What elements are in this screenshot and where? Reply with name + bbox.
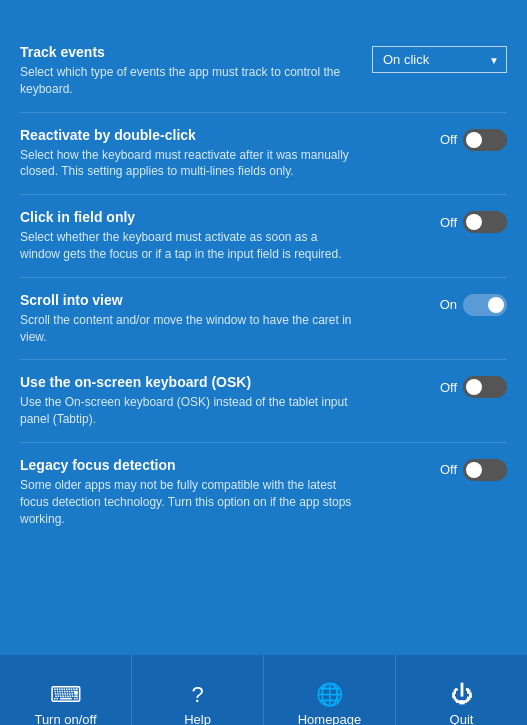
bottom-bar: ⌨Turn on/off?Help🌐Homepage⏻Quit <box>0 655 527 725</box>
toggle-slider-use-osk <box>463 376 507 398</box>
setting-row-use-osk: Use the on-screen keyboard (OSK)Use the … <box>20 359 507 442</box>
setting-desc-click-in-field-only: Select whether the keyboard must activat… <box>20 229 357 263</box>
setting-label-track-events: Track events <box>20 44 352 60</box>
setting-row-scroll-into-view: Scroll into viewScroll the content and/o… <box>20 277 507 360</box>
app-title <box>0 0 527 30</box>
setting-label-click-in-field-only: Click in field only <box>20 209 357 225</box>
bottom-btn-label-turn-on-off: Turn on/off <box>34 712 96 726</box>
setting-desc-use-osk: Use the On-screen keyboard (OSK) instead… <box>20 394 357 428</box>
setting-label-scroll-into-view: Scroll into view <box>20 292 357 308</box>
toggle-label-reactivate-double-click: Off <box>429 132 457 147</box>
bottom-btn-homepage[interactable]: 🌐Homepage <box>264 655 396 725</box>
homepage-icon: 🌐 <box>316 684 343 706</box>
toggle-label-legacy-focus-detection: Off <box>429 462 457 477</box>
bottom-btn-help[interactable]: ?Help <box>132 655 264 725</box>
setting-desc-reactivate-double-click: Select how the keyboard must reactivate … <box>20 147 357 181</box>
setting-label-use-osk: Use the on-screen keyboard (OSK) <box>20 374 357 390</box>
setting-row-reactivate-double-click: Reactivate by double-clickSelect how the… <box>20 112 507 195</box>
toggle-use-osk[interactable] <box>463 376 507 398</box>
toggle-slider-scroll-into-view <box>463 294 507 316</box>
bottom-btn-label-homepage: Homepage <box>298 712 362 726</box>
toggle-wrapper-scroll-into-view: On <box>429 294 507 316</box>
toggle-scroll-into-view[interactable] <box>463 294 507 316</box>
toggle-label-use-osk: Off <box>429 380 457 395</box>
setting-desc-legacy-focus-detection: Some older apps may not be fully compati… <box>20 477 357 527</box>
bottom-btn-turn-on-off[interactable]: ⌨Turn on/off <box>0 655 132 725</box>
dropdown-track-events[interactable]: On clickOn focusOn both <box>372 46 507 73</box>
toggle-click-in-field-only[interactable] <box>463 211 507 233</box>
toggle-wrapper-legacy-focus-detection: Off <box>429 459 507 481</box>
setting-row-track-events: Track eventsSelect which type of events … <box>20 30 507 112</box>
toggle-wrapper-use-osk: Off <box>429 376 507 398</box>
help-icon: ? <box>191 684 203 706</box>
bottom-btn-quit[interactable]: ⏻Quit <box>396 655 527 725</box>
bottom-btn-label-quit: Quit <box>450 712 474 726</box>
dropdown-wrapper-track-events: On clickOn focusOn both <box>372 46 507 73</box>
turn-on-off-icon: ⌨ <box>50 684 82 706</box>
setting-row-legacy-focus-detection: Legacy focus detectionSome older apps ma… <box>20 442 507 541</box>
setting-desc-track-events: Select which type of events the app must… <box>20 64 352 98</box>
toggle-wrapper-reactivate-double-click: Off <box>429 129 507 151</box>
toggle-label-scroll-into-view: On <box>429 297 457 312</box>
bottom-btn-label-help: Help <box>184 712 211 726</box>
toggle-label-click-in-field-only: Off <box>429 215 457 230</box>
toggle-slider-click-in-field-only <box>463 211 507 233</box>
toggle-legacy-focus-detection[interactable] <box>463 459 507 481</box>
setting-row-click-in-field-only: Click in field onlySelect whether the ke… <box>20 194 507 277</box>
setting-desc-scroll-into-view: Scroll the content and/or move the windo… <box>20 312 357 346</box>
settings-content: Track eventsSelect which type of events … <box>0 30 527 655</box>
toggle-reactivate-double-click[interactable] <box>463 129 507 151</box>
toggle-wrapper-click-in-field-only: Off <box>429 211 507 233</box>
setting-label-legacy-focus-detection: Legacy focus detection <box>20 457 357 473</box>
toggle-slider-reactivate-double-click <box>463 129 507 151</box>
quit-icon: ⏻ <box>451 684 473 706</box>
setting-label-reactivate-double-click: Reactivate by double-click <box>20 127 357 143</box>
toggle-slider-legacy-focus-detection <box>463 459 507 481</box>
